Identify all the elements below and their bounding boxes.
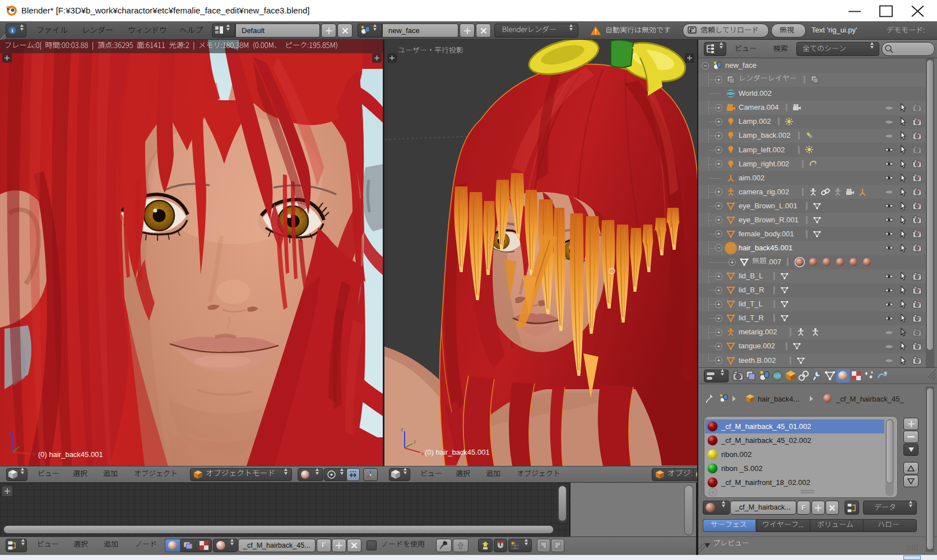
svg-text:x: x [421,451,424,455]
svg-text:z: z [10,431,12,436]
svg-text:i: i [11,27,13,34]
svg-text:y: y [414,438,416,444]
svg-text:!: ! [595,28,597,35]
svg-text:x: x [33,451,35,456]
svg-text:z: z [401,427,403,432]
